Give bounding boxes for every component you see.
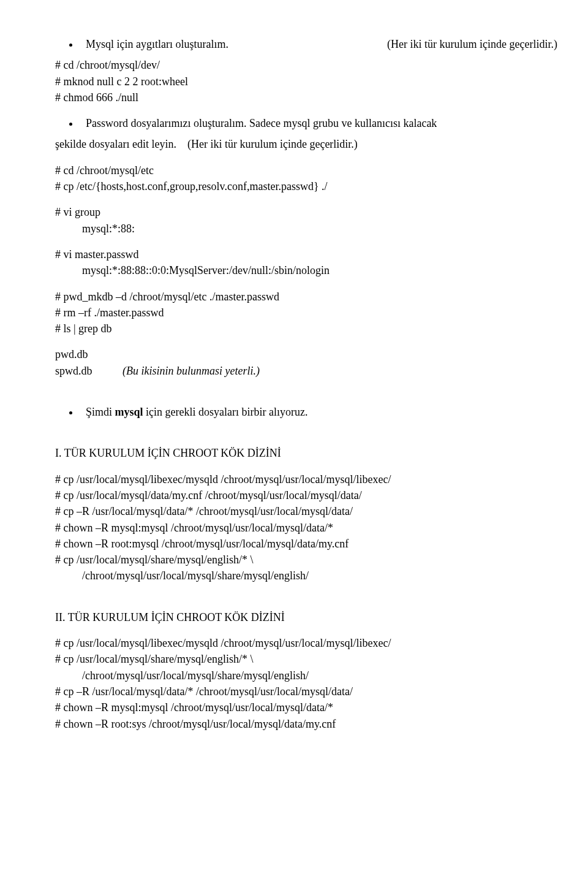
bullet-text: Mysql için aygıtları oluşturalım. (86, 37, 228, 51)
cmd: # cp /usr/local/mysql/share/mysql/englis… (55, 552, 564, 567)
cmd-cont: /chroot/mysql/usr/local/mysql/share/mysq… (55, 668, 564, 683)
section-password: Password dosyalarımızı oluşturalım. Sade… (55, 116, 564, 152)
cmd: # cd /chroot/mysql/dev/ (55, 58, 564, 72)
bullet-list-mysql: Şimdi mysql için gerekli dosyaları birbi… (55, 405, 564, 419)
heading: I. TÜR KURULUM İÇİN CHROOT KÖK DİZİNİ (55, 446, 564, 460)
cmd: # chmod 666 ./null (55, 90, 564, 105)
cmd-cont: /chroot/mysql/usr/local/mysql/share/mysq… (55, 568, 564, 583)
section-etc: # cd /chroot/mysql/etc # cp /etc/{hosts,… (55, 163, 564, 194)
cmd: # chown –R root:mysql /chroot/mysql/usr/… (55, 536, 564, 551)
cmd: # cp /usr/local/mysql/libexec/mysqld /ch… (55, 636, 564, 650)
heading: II. TÜR KURULUM İÇİN CHROOT KÖK DİZİNİ (55, 610, 564, 625)
cmd: # chown –R root:sys /chroot/mysql/usr/lo… (55, 717, 564, 731)
cmd: # pwd_mkdb –d /chroot/mysql/etc ./master… (55, 289, 564, 304)
section-mysql-files: Şimdi mysql için gerekli dosyaları birbi… (55, 405, 564, 419)
text: şekilde dosyaları edit leyin. (Her iki t… (55, 137, 564, 151)
bullet-list-devices: Mysql için aygıtları oluşturalım. (Her i… (55, 37, 564, 51)
bullet-cont: Sadece mysql grubu ve kullanıcısı kalaca… (249, 117, 437, 129)
bullet-text-b: mysql (115, 406, 143, 418)
section-chroot-2: II. TÜR KURULUM İÇİN CHROOT KÖK DİZİNİ #… (55, 610, 564, 731)
cmd: # cp /usr/local/mysql/data/my.cnf /chroo… (55, 488, 564, 503)
bullet-text-c: için gerekli dosyaları birbir alıyoruz. (143, 406, 308, 418)
section-devices: Mysql için aygıtları oluşturalım. (Her i… (55, 37, 564, 105)
output-row: spwd.db (Bu ikisinin bulunmasi yeterli.) (55, 364, 564, 378)
file-content: mysql:*:88:88::0:0:MysqlServer:/dev/null… (55, 263, 564, 278)
file-content: mysql:*:88: (55, 221, 564, 236)
cmd: # ls | grep db (55, 321, 564, 336)
cmd: # cp /usr/local/mysql/libexec/mysqld /ch… (55, 472, 564, 487)
cmd: # rm –rf ./master.passwd (55, 305, 564, 320)
cmd: # cp /etc/{hosts,host.conf,group,resolv.… (55, 179, 564, 194)
cmd: # vi master.passwd (55, 247, 564, 262)
section-pwdmkdb: # pwd_mkdb –d /chroot/mysql/etc ./master… (55, 289, 564, 337)
bullet-text-a: Şimdi (86, 406, 115, 418)
output: spwd.db (55, 364, 123, 378)
section-chroot-1: I. TÜR KURULUM İÇİN CHROOT KÖK DİZİNİ # … (55, 446, 564, 583)
cmd: # cp /usr/local/mysql/share/mysql/englis… (55, 652, 564, 666)
output-note: (Bu ikisinin bulunmasi yeterli.) (123, 364, 260, 378)
section-vi-master: # vi master.passwd mysql:*:88:88::0:0:My… (55, 247, 564, 278)
cmd: # cp –R /usr/local/mysql/data/* /chroot/… (55, 504, 564, 519)
bullet-note: (Her iki tür kurulum içinde geçerlidir.) (387, 37, 557, 51)
bullet-password: Password dosyalarımızı oluşturalım. Sade… (80, 116, 564, 131)
bullet-mysql: Şimdi mysql için gerekli dosyaları birbi… (80, 405, 564, 419)
cmd: # chown –R mysql:mysql /chroot/mysql/usr… (55, 520, 564, 535)
cmd: # mknod null c 2 2 root:wheel (55, 74, 564, 89)
bullet-devices: Mysql için aygıtları oluşturalım. (Her i… (80, 37, 564, 51)
output: pwd.db (55, 347, 564, 362)
section-vi-group: # vi group mysql:*:88: (55, 205, 564, 236)
section-dbfiles: pwd.db spwd.db (Bu ikisinin bulunmasi ye… (55, 347, 564, 378)
cmd: # cd /chroot/mysql/etc (55, 163, 564, 178)
cmd: # chown –R mysql:mysql /chroot/mysql/usr… (55, 700, 564, 715)
bullet-text: Password dosyalarımızı oluşturalım. (86, 117, 246, 129)
cmd: # vi group (55, 205, 564, 219)
cmd: # cp –R /usr/local/mysql/data/* /chroot/… (55, 684, 564, 699)
bullet-list-password: Password dosyalarımızı oluşturalım. Sade… (55, 116, 564, 131)
